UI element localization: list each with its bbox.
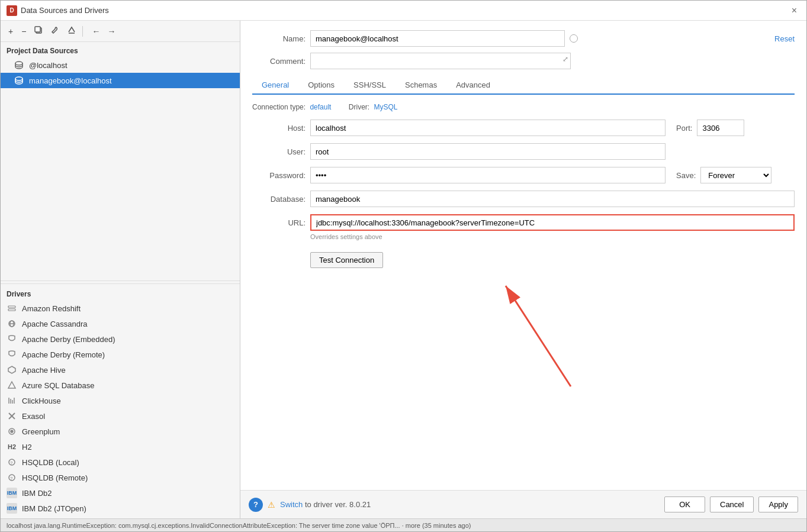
driver-item-h2[interactable]: H2 H2 [1,439,240,454]
password-input[interactable] [310,167,665,183]
connection-type-value[interactable]: default [310,103,331,111]
driver-item-exasol[interactable]: Exasol [1,408,240,424]
connection-type-row: Connection type: default Driver: MySQL [252,103,795,111]
bottom-right: OK Cancel Apply [664,496,798,512]
name-left: Name: [252,30,578,47]
forward-button[interactable]: → [104,25,118,38]
help-button[interactable]: ? [249,498,263,512]
divider [1,275,240,281]
copy-button[interactable] [31,24,46,38]
driver-item-redshift[interactable]: Amazon Redshift [1,301,240,316]
driver-item-ibm-db2-jtopen[interactable]: IBM IBM Db2 (JTOpen) [1,501,240,516]
tab-ssh-ssl[interactable]: SSH/SSL [344,76,396,95]
apply-button[interactable]: Apply [758,496,798,512]
driver-item-hsqldb-remote[interactable]: ? HSQLDB (Remote) [1,470,240,485]
save-label: Save: [676,171,696,180]
config-area: Name: Reset Comment: ⤢ [240,21,806,490]
comment-input[interactable] [310,53,571,69]
url-label: URL: [252,218,306,227]
driver-icon-hsqldb-remote: ? [7,472,17,483]
driver-name-clickhouse: ClickHouse [22,396,61,405]
svg-rect-1 [35,27,40,32]
host-label: Host: [252,124,306,133]
driver-item-ibm-db2[interactable]: IBM IBM Db2 [1,485,240,501]
source-item-managebook[interactable]: managebook@localhost [1,73,240,88]
driver-item-hive[interactable]: Apache Hive [1,362,240,378]
app-icon: D [7,5,17,16]
name-label: Name: [252,34,306,43]
drivers-list: Amazon Redshift Apache Cassandra [1,301,240,518]
warning-message: to driver ver. 8.0.21 [305,500,371,509]
toolbar-separator [82,26,83,37]
add-button[interactable]: + [5,25,16,38]
driver-name-h2: H2 [22,443,32,452]
driver-label: Driver: [349,103,369,111]
driver-item-cassandra[interactable]: Apache Cassandra [1,316,240,331]
toolbar-nav: ← → [89,25,118,38]
driver-icon-exasol [7,411,17,421]
user-input[interactable] [310,143,665,160]
drivers-section-header: Drivers [1,283,240,301]
tab-general[interactable]: General [252,76,298,95]
driver-name-hsqldb-local: HSQLDB (Local) [22,458,79,467]
driver-icon-clickhouse [7,395,17,406]
toolbar: + − [1,21,240,42]
url-input[interactable] [310,214,795,231]
svg-point-3 [15,62,22,65]
user-row: User: [252,143,795,160]
driver-name-ibm-db2-jtopen: IBM Db2 (JTOpen) [22,504,86,513]
project-sources-header: Project Data Sources [1,42,240,57]
tab-options[interactable]: Options [298,76,344,95]
svg-marker-10 [8,366,15,373]
wrench-button[interactable] [48,24,62,38]
driver-icon-hive [7,365,17,375]
driver-item-greenplum[interactable]: Greenplum [1,424,240,439]
expand-icon: ⤢ [562,55,568,63]
port-input[interactable] [697,120,744,136]
user-label: User: [252,147,306,156]
name-input[interactable] [310,30,565,47]
close-button[interactable]: × [788,4,800,17]
source-name-managebook: managebook@localhost [29,76,112,85]
driver-item-hsqldb-local[interactable]: ? HSQLDB (Local) [1,454,240,470]
url-section: URL: Overrides settings above Test Conne… [252,214,795,410]
driver-value[interactable]: MySQL [374,103,397,111]
host-input[interactable] [310,120,665,136]
left-panel: + − [1,21,240,518]
driver-item-azure[interactable]: Azure SQL Database [1,378,240,393]
save-select[interactable]: Forever Until restart Never [700,167,771,183]
driver-icon-redshift [7,303,17,314]
driver-item-derby-embedded[interactable]: Apache Derby (Embedded) [1,331,240,347]
url-row: URL: [252,214,795,231]
remove-button[interactable]: − [18,25,29,38]
tab-advanced[interactable]: Advanced [446,76,500,95]
export-button[interactable] [65,24,79,38]
ok-button[interactable]: OK [664,496,705,512]
driver-item-derby-remote[interactable]: Apache Derby (Remote) [1,347,240,362]
tab-schemas[interactable]: Schemas [396,76,446,95]
test-connection-button[interactable]: Test Connection [310,252,383,268]
port-label: Port: [676,124,692,133]
dialog-title: Data Sources and Drivers [21,6,109,15]
annotation-arrow [252,268,795,410]
source-icon-localhost [14,60,24,70]
driver-item-clickhouse[interactable]: ClickHouse [1,393,240,408]
reset-button[interactable]: Reset [774,34,795,43]
driver-icon-derby-remote [7,349,17,360]
title-bar-left: D Data Sources and Drivers [7,5,109,16]
source-name-localhost: @localhost [29,61,67,70]
title-bar: D Data Sources and Drivers × [1,1,806,21]
switch-link[interactable]: Switch [280,500,303,509]
cancel-button[interactable]: Cancel [710,496,754,512]
driver-name-azure: Azure SQL Database [22,381,94,390]
back-button[interactable]: ← [89,25,103,38]
database-input[interactable] [310,191,795,207]
driver-name-ibm-db2: IBM Db2 [22,489,52,498]
name-circle-icon [570,34,578,43]
bottom-bar: ? ⚠ Switch to driver ver. 8.0.21 OK Canc… [240,490,806,518]
svg-point-4 [15,77,22,80]
driver-name-hive: Apache Hive [22,366,66,375]
driver-icon-azure [7,380,17,391]
driver-name-derby-remote: Apache Derby (Remote) [22,350,105,359]
source-item-localhost[interactable]: @localhost [1,57,240,73]
